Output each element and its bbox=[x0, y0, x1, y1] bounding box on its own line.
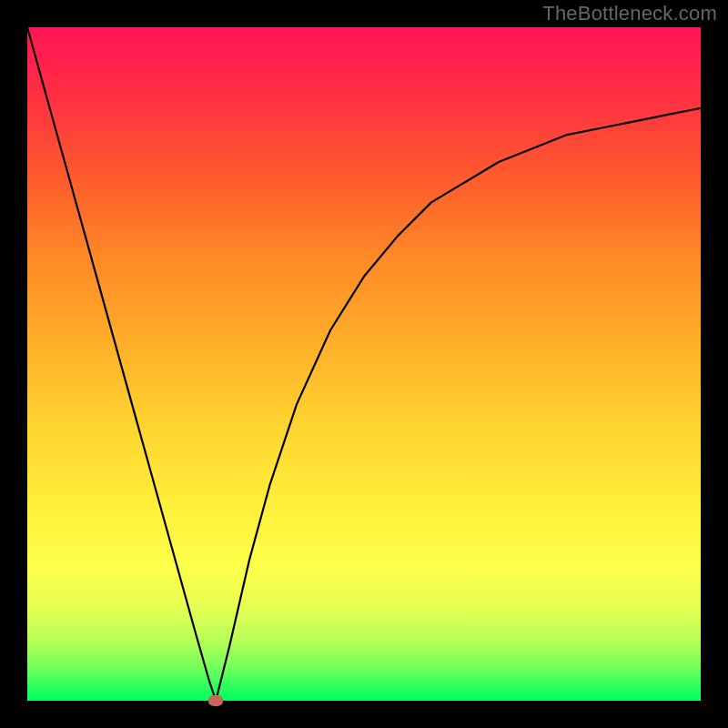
chart-frame: TheBottleneck.com bbox=[0, 0, 728, 728]
watermark-text: TheBottleneck.com bbox=[542, 2, 717, 25]
min-marker-dot bbox=[208, 695, 223, 706]
plot-area bbox=[27, 27, 701, 701]
curve-path bbox=[27, 27, 701, 701]
bottleneck-curve bbox=[27, 27, 701, 701]
